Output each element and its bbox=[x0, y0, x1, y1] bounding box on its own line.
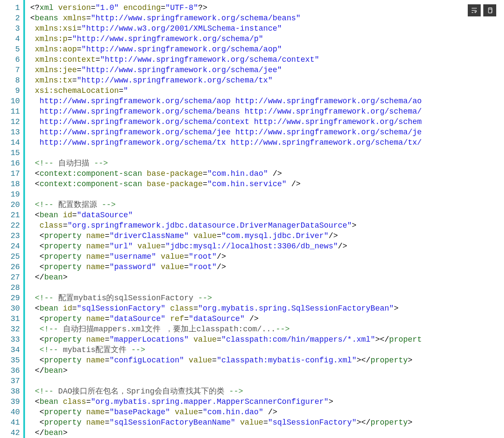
code-line bbox=[30, 148, 504, 158]
line-number: 40 bbox=[0, 407, 20, 417]
line-number: 16 bbox=[0, 158, 20, 168]
line-number: 30 bbox=[0, 303, 20, 314]
line-number: 4 bbox=[0, 34, 20, 44]
code-line: xsi:schemaLocation=" bbox=[30, 86, 504, 96]
code-line: <property name="mapperLocations" value="… bbox=[30, 334, 504, 345]
code-line bbox=[30, 282, 504, 293]
code-line: http://www.springframework.org/schema/tx… bbox=[30, 137, 504, 148]
code-line: <bean id="dataSource" bbox=[30, 210, 504, 220]
code-line: xmlns:p="http://www.springframework.org/… bbox=[30, 34, 504, 44]
line-number: 31 bbox=[0, 314, 20, 324]
line-number: 13 bbox=[0, 127, 20, 137]
code-line: <context:component-scan base-package="co… bbox=[30, 168, 504, 179]
code-line: xmlns:context="http://www.springframewor… bbox=[30, 54, 504, 65]
code-line: <?xml version="1.0" encoding="UTF-8"?> bbox=[30, 3, 504, 13]
line-number: 36 bbox=[0, 365, 20, 376]
line-number: 25 bbox=[0, 251, 20, 262]
code-line: <property name="basePackage" value="com.… bbox=[30, 407, 504, 417]
code-line bbox=[30, 189, 504, 200]
line-number: 7 bbox=[0, 65, 20, 75]
code-line: <!-- 配置mybatis的sqlSessionFactory --> bbox=[30, 293, 504, 303]
code-editor: 1234567891011121314151617181920212223242… bbox=[0, 0, 504, 438]
code-line: </bean> bbox=[30, 365, 504, 376]
copy-icon bbox=[486, 7, 493, 14]
code-line: <!-- 配置数据源 --> bbox=[30, 200, 504, 210]
line-number: 17 bbox=[0, 168, 20, 179]
code-line: <!-- DAO接口所在包名，Spring会自动查找其下的类 --> bbox=[30, 386, 504, 397]
line-number: 34 bbox=[0, 345, 20, 355]
line-number: 5 bbox=[0, 44, 20, 54]
line-number: 1 bbox=[0, 3, 20, 13]
code-line: <beans xmlns="http://www.springframework… bbox=[30, 13, 504, 23]
code-line: xmlns:jee="http://www.springframework.or… bbox=[30, 65, 504, 75]
line-number: 39 bbox=[0, 397, 20, 407]
wrap-icon bbox=[471, 7, 478, 14]
line-number-gutter: 1234567891011121314151617181920212223242… bbox=[0, 0, 25, 438]
line-number: 37 bbox=[0, 376, 20, 386]
line-number: 8 bbox=[0, 75, 20, 86]
line-number: 18 bbox=[0, 179, 20, 189]
code-line: <!-- mybatis配置文件 --> bbox=[30, 345, 504, 355]
line-number: 15 bbox=[0, 148, 20, 158]
line-number: 9 bbox=[0, 86, 20, 96]
line-number: 21 bbox=[0, 210, 20, 220]
line-number: 33 bbox=[0, 334, 20, 345]
code-line: <property name="driverClassName" value="… bbox=[30, 231, 504, 241]
code-line: http://www.springframework.org/schema/ao… bbox=[30, 96, 504, 106]
code-line: class="org.springframework.jdbc.datasour… bbox=[30, 220, 504, 231]
code-line: <property name="configLocation" value="c… bbox=[30, 355, 504, 365]
line-number: 11 bbox=[0, 106, 20, 117]
wrap-button[interactable] bbox=[468, 4, 481, 16]
code-line: xmlns:tx="http://www.springframework.org… bbox=[30, 75, 504, 86]
line-number: 35 bbox=[0, 355, 20, 365]
line-number: 2 bbox=[0, 13, 20, 23]
code-line: <context:component-scan base-package="co… bbox=[30, 179, 504, 189]
code-line: xmlns:xsi="http://www.w3.org/2001/XMLSch… bbox=[30, 23, 504, 34]
code-line: <property name="sqlSessionFactoryBeanNam… bbox=[30, 417, 504, 428]
code-line: </bean> bbox=[30, 272, 504, 282]
line-number: 12 bbox=[0, 117, 20, 127]
toolbar bbox=[468, 4, 496, 16]
line-number: 22 bbox=[0, 220, 20, 231]
code-line: <bean id="sqlSessionFactory" class="org.… bbox=[30, 303, 504, 314]
line-number: 42 bbox=[0, 428, 20, 438]
line-number: 19 bbox=[0, 189, 20, 200]
line-number: 3 bbox=[0, 23, 20, 34]
line-number: 24 bbox=[0, 241, 20, 251]
line-number: 14 bbox=[0, 137, 20, 148]
code-line: <property name="username" value="root"/> bbox=[30, 251, 504, 262]
line-number: 28 bbox=[0, 282, 20, 293]
code-line: </bean> bbox=[30, 428, 504, 438]
line-number: 29 bbox=[0, 293, 20, 303]
code-line bbox=[30, 376, 504, 386]
code-area[interactable]: <?xml version="1.0" encoding="UTF-8"?><b… bbox=[25, 0, 504, 438]
code-line: http://www.springframework.org/schema/co… bbox=[30, 117, 504, 127]
line-number: 32 bbox=[0, 324, 20, 334]
line-number: 38 bbox=[0, 386, 20, 397]
code-line: http://www.springframework.org/schema/je… bbox=[30, 127, 504, 137]
line-number: 41 bbox=[0, 417, 20, 428]
code-line: <bean class="org.mybatis.spring.mapper.M… bbox=[30, 397, 504, 407]
code-line: xmlns:aop="http://www.springframework.or… bbox=[30, 44, 504, 54]
line-number: 6 bbox=[0, 54, 20, 65]
code-line: <!-- 自动扫描 --> bbox=[30, 158, 504, 168]
line-number: 10 bbox=[0, 96, 20, 106]
line-number: 26 bbox=[0, 262, 20, 272]
code-line: <property name="url" value="jdbc:mysql:/… bbox=[30, 241, 504, 251]
line-number: 20 bbox=[0, 200, 20, 210]
code-line: http://www.springframework.org/schema/be… bbox=[30, 106, 504, 117]
code-line: <property name="password" value="root"/> bbox=[30, 262, 504, 272]
line-number: 27 bbox=[0, 272, 20, 282]
code-line: <property name="dataSource" ref="dataSou… bbox=[30, 314, 504, 324]
code-line: <!-- 自动扫描mappers.xml文件 ，要加上classpath:com… bbox=[30, 324, 504, 334]
copy-button[interactable] bbox=[483, 4, 496, 16]
line-number: 23 bbox=[0, 231, 20, 241]
